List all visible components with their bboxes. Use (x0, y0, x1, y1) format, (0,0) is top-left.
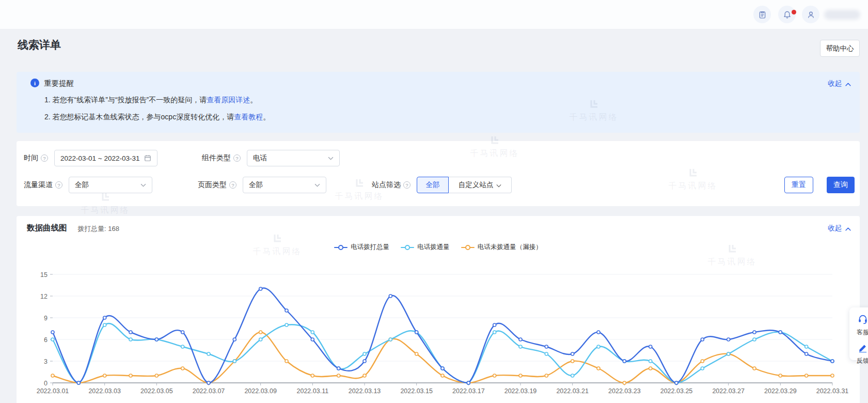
page-type-select[interactable]: 全部 (243, 177, 326, 193)
calendar-icon (144, 154, 151, 162)
page-type-value: 全部 (249, 180, 314, 190)
chart-title: 数据曲线图 (27, 223, 67, 234)
site-custom-label: 自定义站点 (459, 180, 494, 190)
legend-marker-icon (461, 245, 475, 250)
chevron-down-icon (140, 183, 146, 187)
traffic-channel-select[interactable]: 全部 (69, 177, 152, 193)
chevron-up-icon (845, 80, 851, 88)
legend-label: 电话拨通量 (417, 243, 450, 252)
date-range-input[interactable]: 2022-03-01 ~ 2022-03-31 (54, 150, 157, 166)
time-filter-label: 时间 (24, 153, 38, 163)
user-icon[interactable] (802, 6, 819, 23)
page-title: 线索详单 (18, 38, 61, 52)
svg-text:2022.03.11: 2022.03.11 (297, 388, 329, 395)
svg-text:15: 15 (40, 271, 48, 278)
chart-legend: 电话拨打总量 电话拨通量 电话未拨通量（漏接） (17, 243, 860, 252)
svg-text:3: 3 (44, 358, 48, 365)
notice-item-1-suffix: 。 (250, 96, 257, 104)
pencil-icon (857, 342, 868, 355)
username-blurred[interactable] (824, 10, 860, 20)
customer-service-button[interactable]: 客服 (854, 314, 868, 337)
customer-service-label: 客服 (857, 328, 868, 337)
filter-panel: 时间 ? 2022-03-01 ~ 2022-03-31 组件类型 ? 电话 流… (17, 141, 860, 206)
legend-marker-icon (401, 245, 414, 250)
notice-item-2: 2. 若您想标记基木鱼线索状态，参与ocpc深度转化优化，请查看教程。 (44, 113, 270, 122)
svg-text:2022.03.19: 2022.03.19 (504, 388, 537, 395)
top-bar (0, 0, 868, 29)
svg-text:2022.03.15: 2022.03.15 (400, 388, 433, 395)
svg-text:6: 6 (44, 336, 48, 344)
legend-marker-icon (334, 245, 348, 250)
legend-item[interactable]: 电话未拨通量（漏接） (461, 243, 542, 252)
component-type-label: 组件类型 (202, 153, 231, 163)
svg-text:2022.03.09: 2022.03.09 (244, 388, 277, 395)
svg-text:2022.03.25: 2022.03.25 (660, 388, 693, 395)
legend-label: 电话未拨通量（漏接） (478, 243, 542, 252)
notice-collapse-label: 收起 (828, 79, 842, 88)
svg-text:2022.03.17: 2022.03.17 (452, 388, 485, 395)
notice-collapse-button[interactable]: 收起 (828, 79, 851, 88)
svg-text:2022.03.05: 2022.03.05 (140, 388, 173, 395)
legend-label: 电话拨打总量 (351, 243, 389, 252)
svg-text:2022.03.01: 2022.03.01 (37, 388, 69, 395)
svg-text:2022.03.07: 2022.03.07 (193, 388, 225, 395)
page-type-label: 页面类型 (198, 180, 227, 190)
query-button[interactable]: 查询 (827, 177, 855, 193)
bell-icon[interactable] (778, 6, 796, 23)
time-help-icon[interactable]: ? (41, 154, 48, 162)
clipboard-icon[interactable] (753, 6, 771, 23)
channel-help-icon[interactable]: ? (55, 181, 62, 189)
notice-item-1: 1. 若您有“线索详单”与“投放报告”不一致的疑问，请查看原因详述。 (44, 96, 257, 105)
info-icon: i (30, 79, 39, 87)
help-center-button[interactable]: 帮助中心 (820, 40, 860, 57)
chart-panel: 数据曲线图 拨打总量: 168 收起 电话拨打总量 电话拨通量 电话未拨通量（漏… (17, 216, 860, 403)
traffic-channel-value: 全部 (75, 180, 140, 190)
legend-item[interactable]: 电话拨打总量 (334, 243, 389, 252)
line-chart[interactable]: 036912152022.03.012022.03.032022.03.0520… (17, 261, 860, 402)
svg-text:9: 9 (44, 315, 48, 322)
chart-total-calls: 拨打总量: 168 (77, 224, 119, 234)
notice-title: 重要提醒 (44, 79, 74, 88)
svg-text:2022.03.13: 2022.03.13 (349, 388, 381, 395)
headset-icon (857, 314, 868, 327)
notice-item-2-text: 2. 若您想标记基木鱼线索状态，参与ocpc深度转化优化，请 (44, 113, 234, 121)
legend-item[interactable]: 电话拨通量 (401, 243, 450, 252)
chart-collapse-label: 收起 (828, 224, 842, 233)
notice-item-1-text: 1. 若您有“线索详单”与“投放报告”不一致的疑问，请 (44, 96, 207, 104)
svg-text:2022.03.31: 2022.03.31 (816, 388, 849, 395)
svg-text:2022.03.23: 2022.03.23 (608, 388, 641, 395)
component-type-value: 电话 (253, 153, 328, 163)
site-all-button[interactable]: 全部 (417, 177, 449, 193)
reset-button[interactable]: 重置 (784, 177, 813, 193)
notice-item-1-link[interactable]: 查看原因详述 (207, 96, 250, 104)
svg-text:2022.03.27: 2022.03.27 (712, 388, 745, 395)
chevron-down-icon (328, 157, 334, 160)
svg-text:2022.03.21: 2022.03.21 (556, 388, 589, 395)
site-filter-label: 站点筛选 (372, 180, 401, 190)
svg-text:0: 0 (44, 380, 48, 387)
page-type-help-icon[interactable]: ? (229, 181, 236, 189)
floating-toolbar: 客服 反馈 (849, 307, 868, 360)
component-help-icon[interactable]: ? (233, 154, 241, 162)
traffic-channel-label: 流量渠道 (24, 180, 53, 190)
notice-banner: i 重要提醒 1. 若您有“线索详单”与“投放报告”不一致的疑问，请查看原因详述… (17, 72, 860, 133)
svg-text:2022.03.29: 2022.03.29 (764, 388, 797, 395)
chart-collapse-button[interactable]: 收起 (828, 224, 851, 233)
feedback-button[interactable]: 反馈 (854, 342, 868, 365)
chevron-down-icon (496, 181, 501, 189)
chevron-up-icon (845, 225, 851, 233)
chart-canvas[interactable]: 036912152022.03.012022.03.032022.03.0520… (17, 261, 860, 402)
date-range-value: 2022-03-01 ~ 2022-03-31 (60, 154, 144, 162)
notice-item-2-link[interactable]: 查看教程 (234, 113, 263, 121)
notice-item-2-suffix: 。 (263, 113, 270, 121)
notification-badge (792, 10, 796, 14)
site-custom-button[interactable]: 自定义站点 (449, 177, 512, 193)
feedback-label: 反馈 (857, 357, 868, 365)
component-type-select[interactable]: 电话 (247, 150, 340, 166)
svg-text:2022.03.03: 2022.03.03 (88, 388, 121, 395)
chevron-down-icon (314, 183, 320, 187)
site-help-icon[interactable]: ? (403, 181, 411, 189)
svg-text:12: 12 (40, 293, 48, 300)
